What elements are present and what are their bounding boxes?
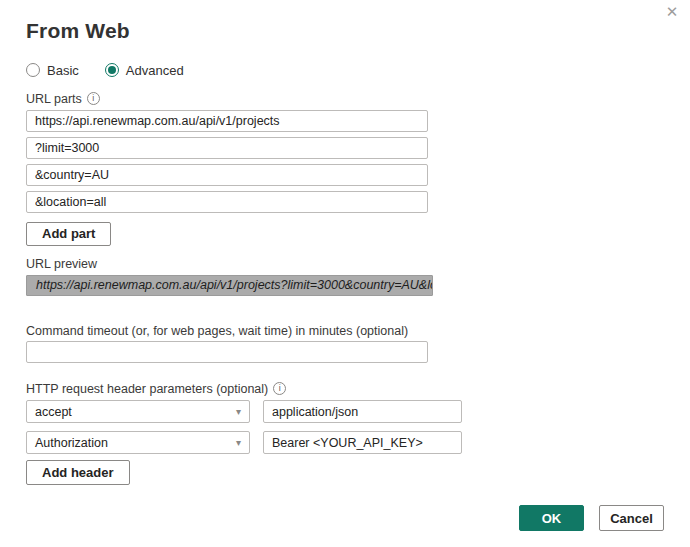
header-name-dropdown-2[interactable]: Authorization ▾: [26, 431, 250, 454]
chevron-down-icon: ▾: [236, 407, 241, 417]
chevron-down-icon: ▾: [236, 438, 241, 448]
dialog-footer: OK Cancel: [519, 505, 664, 531]
url-preview-value: https://api.renewmap.com.au/api/v1/proje…: [26, 275, 433, 296]
from-web-dialog: ✕ From Web Basic Advanced URL parts i Ad…: [0, 0, 690, 547]
url-parts-section: URL parts i Add part: [26, 91, 664, 246]
url-part-input-4[interactable]: [26, 191, 428, 213]
header-value-input-2[interactable]: [263, 431, 462, 454]
header-name-dropdown-1[interactable]: accept ▾: [26, 400, 250, 423]
info-icon[interactable]: i: [87, 92, 100, 105]
http-headers-label: HTTP request header parameters (optional…: [26, 381, 664, 396]
url-part-input-3[interactable]: [26, 164, 428, 186]
add-header-button[interactable]: Add header: [26, 460, 130, 485]
url-parts-label-text: URL parts: [26, 92, 82, 106]
close-icon[interactable]: ✕: [662, 2, 682, 22]
add-part-button[interactable]: Add part: [26, 222, 111, 246]
cancel-button[interactable]: Cancel: [599, 505, 664, 531]
radio-basic[interactable]: Basic: [26, 63, 79, 78]
header-value-input-1[interactable]: [263, 400, 462, 423]
header-name-dropdown-1-value: accept: [35, 405, 72, 419]
dialog-title: From Web: [26, 19, 664, 43]
header-name-dropdown-2-value: Authorization: [35, 436, 108, 450]
header-row-2: Authorization ▾: [26, 431, 664, 454]
mode-radio-group: Basic Advanced: [26, 62, 664, 78]
http-headers-label-text: HTTP request header parameters (optional…: [26, 382, 268, 396]
radio-advanced-circle[interactable]: [105, 63, 119, 77]
radio-basic-circle[interactable]: [26, 63, 40, 77]
timeout-input[interactable]: [26, 341, 428, 363]
url-preview-section: URL preview https://api.renewmap.com.au/…: [26, 256, 664, 296]
url-parts-label: URL parts i: [26, 91, 664, 106]
timeout-section: Command timeout (or, for web pages, wait…: [26, 323, 664, 363]
url-preview-label: URL preview: [26, 256, 664, 271]
radio-advanced-label: Advanced: [126, 63, 184, 78]
ok-button[interactable]: OK: [519, 505, 584, 531]
url-preview-label-text: URL preview: [26, 257, 97, 271]
info-icon[interactable]: i: [273, 382, 286, 395]
timeout-label: Command timeout (or, for web pages, wait…: [26, 323, 664, 338]
url-part-input-2[interactable]: [26, 137, 428, 159]
http-headers-section: HTTP request header parameters (optional…: [26, 381, 664, 485]
header-row-1: accept ▾: [26, 400, 664, 423]
timeout-label-text: Command timeout (or, for web pages, wait…: [26, 324, 408, 338]
url-part-input-1[interactable]: [26, 110, 428, 132]
radio-basic-label: Basic: [47, 63, 79, 78]
radio-advanced[interactable]: Advanced: [105, 63, 184, 78]
